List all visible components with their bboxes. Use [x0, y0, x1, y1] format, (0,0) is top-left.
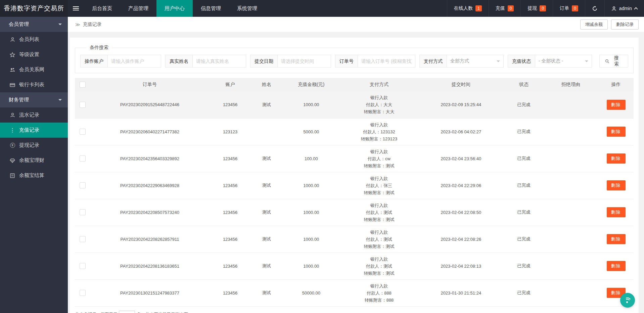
order-no-input[interactable]: [358, 55, 415, 67]
sidebar-item-yuebao-settlement[interactable]: 余额宝结算: [0, 168, 68, 183]
nav-item-information[interactable]: 信息管理: [193, 0, 229, 17]
sidebar-section-members[interactable]: 会员管理: [0, 17, 68, 32]
delete-button[interactable]: 删除: [607, 153, 626, 164]
submit-time-cell: 2023-02-04 22:08:50: [417, 199, 505, 226]
reject-reason-cell: [543, 253, 598, 279]
user-icon: [611, 6, 616, 11]
col-payment: 支付方式: [341, 78, 417, 91]
sidebar-section-finance[interactable]: 财务管理: [0, 92, 68, 107]
online-count-badge: 1: [475, 5, 482, 11]
real-name-input[interactable]: [193, 55, 246, 67]
order-no-cell: PAY202302091525448722446: [91, 91, 209, 118]
menu-toggle-icon[interactable]: [68, 0, 84, 17]
row-checkbox[interactable]: [80, 236, 86, 242]
star-icon: [9, 52, 15, 57]
status-badge: 已完成: [505, 279, 543, 306]
nav-item-dashboard[interactable]: 后台首页: [84, 0, 120, 17]
reject-reason-cell: [543, 118, 598, 145]
delete-button[interactable]: 删除: [607, 100, 626, 110]
reject-reason-cell: [543, 226, 598, 253]
payment-cell: 银行入款 付款人：测试 转账附言：测试: [341, 226, 417, 253]
row-checkbox[interactable]: [80, 102, 86, 108]
name-cell: 测试: [251, 172, 282, 199]
submit-time-cell: 2023-02-09 15:25:44: [417, 91, 505, 118]
top-navbar: 香港数字资产交易所 后台首页 产品管理 用户中心 信息管理 系统管理 在线人数 …: [0, 0, 644, 17]
ledger-icon: [9, 173, 15, 178]
amount-cell: 100.00: [282, 145, 341, 172]
stat-label: 充值: [496, 5, 505, 11]
reject-reason-cell: [543, 91, 598, 118]
nav-item-products[interactable]: 产品管理: [120, 0, 156, 17]
submit-time-cell: 2023-01-30 21:51:24: [417, 279, 505, 306]
name-cell: 测试: [251, 199, 282, 226]
row-checkbox[interactable]: [80, 155, 86, 162]
select-all-checkbox[interactable]: [80, 82, 86, 88]
user-menu[interactable]: admin: [604, 0, 644, 17]
account-cell: 123456: [209, 91, 251, 118]
sidebar-item-withdraw-records[interactable]: ¥ 提现记录: [0, 138, 68, 153]
user-icon: [9, 113, 15, 118]
sidebar-item-level-settings[interactable]: 等级设置: [0, 47, 68, 62]
content-area: 条件搜索 操作账户 真实姓名 提交日期 订单号: [68, 32, 644, 313]
delete-button[interactable]: 删除: [607, 234, 626, 244]
page-size-select[interactable]: 10: [119, 311, 135, 313]
operator-account-input[interactable]: [108, 55, 161, 67]
search-button[interactable]: 搜索: [599, 55, 628, 68]
row-checkbox[interactable]: [80, 182, 86, 188]
account-cell: 123456: [209, 199, 251, 226]
sidebar-item-recharge-records[interactable]: ⋮ 充值记录: [0, 123, 68, 138]
stat-label: 提现: [527, 5, 537, 11]
name-cell: [251, 118, 282, 145]
adjust-balance-button[interactable]: 增减余额: [580, 19, 608, 30]
table-row: PAY202302042229063469928 123456 测试 1000.…: [75, 172, 634, 199]
user-icon: [9, 37, 15, 42]
status-badge: 已完成: [505, 253, 543, 279]
submit-date-input[interactable]: [278, 55, 331, 67]
table-row: PAY202302042356403329892 123456 测试 100.0…: [75, 145, 634, 172]
sidebar-item-yuebao-finance[interactable]: 余额宝理财: [0, 153, 68, 168]
payment-cell: 银行入款 付款人：888 转账附言：888: [341, 279, 417, 306]
row-checkbox[interactable]: [80, 290, 86, 296]
delete-records-button[interactable]: 删除记录: [611, 19, 639, 30]
users-icon: [9, 67, 15, 73]
order-no-cell: PAY202301302151247983377: [91, 279, 209, 306]
sidebar-item-member-network[interactable]: 会员关系网: [0, 62, 68, 77]
payment-cell: 银行入款 付款人：张三 转账附言：测试: [341, 172, 417, 199]
submit-time-cell: 2023-02-04 22:08:26: [417, 226, 505, 253]
records-table: 订单号 账户 姓名 充值金额(元) 支付方式 提交时间 状态 拒绝理由 操作 P…: [75, 78, 634, 307]
account-cell: 123456: [209, 172, 251, 199]
nav-item-system[interactable]: 系统管理: [229, 0, 265, 17]
gem-icon: [9, 158, 15, 163]
delete-button[interactable]: 删除: [607, 127, 626, 137]
search-icon: [605, 59, 609, 64]
delete-button[interactable]: 删除: [607, 180, 626, 190]
submit-time-cell: 2023-02-04 22:29:06: [417, 172, 505, 199]
row-checkbox[interactable]: [80, 129, 86, 135]
nav-item-user-center[interactable]: 用户中心: [156, 0, 193, 17]
table-header-row: 订单号 账户 姓名 充值金额(元) 支付方式 提交时间 状态 拒绝理由 操作: [75, 78, 634, 91]
filter-real-name: 真实姓名: [165, 55, 246, 68]
breadcrumb-arrow-icon: ≫: [75, 22, 80, 27]
stat-orders[interactable]: 订单 0: [553, 0, 585, 17]
sidebar-item-member-list[interactable]: 会员列表: [0, 32, 68, 47]
stat-online-users[interactable]: 在线人数 1: [447, 0, 489, 17]
name-cell: 测试: [251, 279, 282, 306]
recharge-status-select[interactable]: - 全部状态 -: [535, 55, 592, 67]
stat-recharge[interactable]: 充值 0: [489, 0, 521, 17]
amount-cell: 1000.00: [282, 172, 341, 199]
sidebar-item-bank-cards[interactable]: 银行卡列表: [0, 77, 68, 92]
row-checkbox[interactable]: [80, 263, 86, 269]
sidebar-item-flow-records[interactable]: 流水记录: [0, 107, 68, 123]
voice-broadcast-button[interactable]: [620, 293, 635, 308]
pagination-suffix: 条，共 1 页当前显示第 1 页。: [137, 312, 192, 313]
stat-withdraw[interactable]: 提现 0: [520, 0, 553, 17]
table-row: PAY202302042208262857911 123456 测试 1000.…: [75, 226, 634, 253]
payment-cell: 银行入款 付款人：cw 转账附言：测试: [341, 145, 417, 172]
row-checkbox[interactable]: [80, 209, 86, 215]
delete-button[interactable]: 删除: [607, 261, 626, 271]
refresh-icon[interactable]: [585, 0, 604, 17]
payment-method-select[interactable]: 全部方式: [447, 55, 503, 67]
order-no-cell: PAY202302060402271477382: [91, 118, 209, 145]
order-count-badge: 0: [572, 5, 578, 11]
delete-button[interactable]: 删除: [607, 207, 626, 217]
